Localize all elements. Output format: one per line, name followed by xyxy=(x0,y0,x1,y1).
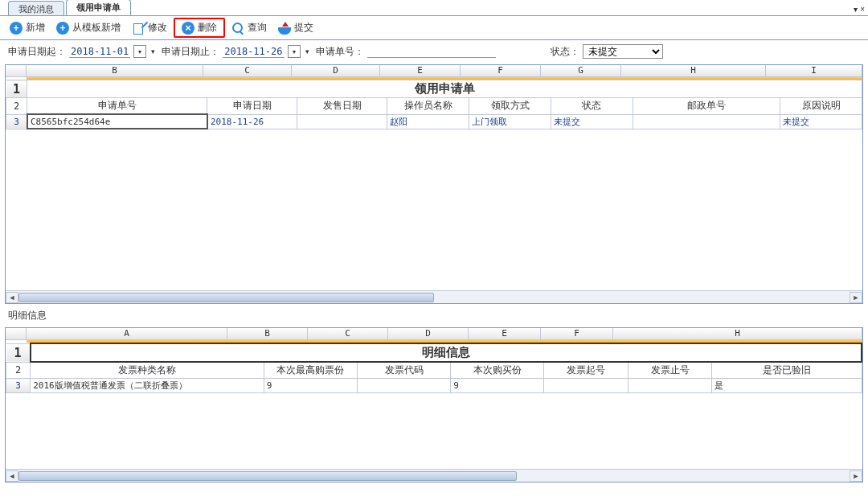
row-number[interactable]: 1 xyxy=(6,343,31,362)
date-to-picker[interactable] xyxy=(288,45,301,58)
col-letter[interactable]: C xyxy=(308,328,388,339)
column-letters-row: A B C D E F H xyxy=(6,328,862,340)
submit-button-label: 提交 xyxy=(294,21,313,35)
col-header[interactable]: 领取方式 xyxy=(469,98,551,115)
cell-max-qty[interactable]: 9 xyxy=(264,379,357,393)
tab-my-messages[interactable]: 我的消息 xyxy=(8,1,64,15)
close-icon xyxy=(182,22,194,35)
col-letter[interactable]: B xyxy=(227,328,308,339)
filter-bar: 申请日期起： 2018-11-01 ▾ 申请日期止： 2018-11-26 ▾ … xyxy=(0,40,868,63)
row-number[interactable]: 3 xyxy=(6,379,31,393)
col-header[interactable]: 发票代码 xyxy=(357,362,450,379)
date-from-label: 申请日期起： xyxy=(8,45,66,59)
cell-end-no[interactable] xyxy=(628,379,712,393)
table-row[interactable]: 3 2016版增值税普通发票（二联折叠票） 9 9 是 xyxy=(6,379,862,393)
tab-apply-form[interactable]: 领用申请单 xyxy=(66,0,131,15)
col-header[interactable]: 原因说明 xyxy=(780,98,862,115)
row-number[interactable]: 1 xyxy=(6,80,27,98)
order-no-input[interactable] xyxy=(367,46,496,58)
col-letter[interactable]: D xyxy=(388,328,469,339)
delete-button[interactable]: 删除 xyxy=(174,18,225,38)
detail-grid: A B C D E F H 1 明细信息 2 发票种类名称 本次最高购票份 发票… xyxy=(5,327,863,483)
col-letter[interactable]: G xyxy=(541,65,621,76)
col-letter[interactable]: D xyxy=(292,65,380,76)
cell-sale-date[interactable] xyxy=(297,114,387,129)
date-to-input[interactable]: 2018-11-26 xyxy=(223,46,284,58)
edit-button[interactable]: 修改 xyxy=(127,19,172,36)
edit-icon xyxy=(132,22,145,35)
cell-start-no[interactable] xyxy=(544,379,628,393)
col-letter[interactable]: C xyxy=(203,65,292,76)
edit-button-label: 修改 xyxy=(148,21,167,35)
col-letter[interactable]: H xyxy=(613,328,862,339)
cell-status[interactable]: 未提交 xyxy=(551,114,633,129)
date-from-picker[interactable] xyxy=(133,45,146,58)
cell-apply-date[interactable]: 2018-11-26 xyxy=(207,114,297,129)
col-header[interactable]: 发票止号 xyxy=(628,362,712,379)
col-header[interactable]: 发票起号 xyxy=(544,362,628,379)
delete-button-label: 删除 xyxy=(198,21,217,35)
new-button[interactable]: 新增 xyxy=(5,19,50,36)
chevron-down-icon[interactable]: ▾ xyxy=(151,47,155,55)
chevron-down-icon[interactable]: ▾ xyxy=(305,47,309,55)
col-letter[interactable]: F xyxy=(541,328,613,339)
col-header[interactable]: 申请日期 xyxy=(207,98,297,115)
horizontal-scrollbar[interactable]: ◄ ► xyxy=(6,290,862,303)
grid-title: 领用申请单 xyxy=(27,80,862,98)
cell-method[interactable]: 上门领取 xyxy=(469,114,551,129)
cell-operator[interactable]: 赵阳 xyxy=(387,114,469,129)
tab-bar: 我的消息 领用申请单 ▾ × xyxy=(0,0,868,16)
cell-reason[interactable]: 未提交 xyxy=(780,114,862,129)
col-letter[interactable]: H xyxy=(621,65,766,76)
date-to-label: 申请日期止： xyxy=(162,45,219,59)
col-header[interactable]: 发票种类名称 xyxy=(31,362,264,379)
query-button[interactable]: 查询 xyxy=(227,19,272,36)
column-letters-row: B C D E F G H I xyxy=(6,65,862,77)
main-grid: B C D E F G H I 1 领用申请单 2 申请单号 申请日期 发售日期… xyxy=(5,64,863,304)
grid-title: 明细信息 xyxy=(31,343,862,362)
col-header[interactable]: 状态 xyxy=(551,98,633,115)
col-header[interactable]: 本次购买份 xyxy=(451,362,544,379)
cell-order-no[interactable]: C8565bfc254d64e xyxy=(27,114,207,129)
col-header[interactable]: 本次最高购票份 xyxy=(264,362,357,379)
cell-postal-no[interactable] xyxy=(633,114,780,129)
col-header[interactable]: 操作员名称 xyxy=(387,98,469,115)
col-header[interactable]: 是否已验旧 xyxy=(712,362,862,379)
submit-icon xyxy=(278,22,291,35)
col-header[interactable]: 发售日期 xyxy=(297,98,387,115)
cell-verified[interactable]: 是 xyxy=(712,379,862,393)
col-letter[interactable]: F xyxy=(461,65,541,76)
col-header[interactable]: 邮政单号 xyxy=(633,98,780,115)
cell-buy-qty[interactable]: 9 xyxy=(451,379,544,393)
plus-icon xyxy=(10,22,23,35)
order-no-label: 申请单号： xyxy=(316,45,364,59)
horizontal-scrollbar[interactable]: ◄ ► xyxy=(6,469,862,482)
row-number[interactable]: 3 xyxy=(6,114,27,129)
new-from-template-button[interactable]: 从模板新增 xyxy=(51,19,125,36)
search-icon xyxy=(231,22,244,35)
plus-icon xyxy=(56,22,69,35)
new-button-label: 新增 xyxy=(26,21,45,35)
cell-invoice-type[interactable]: 2016版增值税普通发票（二联折叠票） xyxy=(31,379,264,393)
date-from-input[interactable]: 2018-11-01 xyxy=(69,46,130,58)
col-letter[interactable]: E xyxy=(469,328,541,339)
cell-invoice-code[interactable] xyxy=(357,379,450,393)
query-button-label: 查询 xyxy=(248,21,267,35)
col-letter[interactable]: E xyxy=(380,65,461,76)
submit-button[interactable]: 提交 xyxy=(273,19,318,36)
col-letter[interactable]: B xyxy=(27,65,203,76)
col-letter[interactable]: A xyxy=(27,328,227,339)
row-number[interactable]: 2 xyxy=(6,98,27,115)
toolbar: 新增 从模板新增 修改 删除 查询 提交 xyxy=(0,16,868,40)
col-header[interactable]: 申请单号 xyxy=(27,98,207,115)
row-number[interactable]: 2 xyxy=(6,362,31,379)
new-from-template-label: 从模板新增 xyxy=(72,21,121,35)
detail-section-label: 明细信息 xyxy=(0,306,868,326)
status-select[interactable]: 未提交 xyxy=(583,44,663,59)
tab-window-controls[interactable]: ▾ × xyxy=(854,5,865,14)
col-letter[interactable]: I xyxy=(766,65,862,76)
status-label: 状态： xyxy=(551,45,579,59)
table-row[interactable]: 3 C8565bfc254d64e 2018-11-26 赵阳 上门领取 未提交… xyxy=(6,114,862,129)
